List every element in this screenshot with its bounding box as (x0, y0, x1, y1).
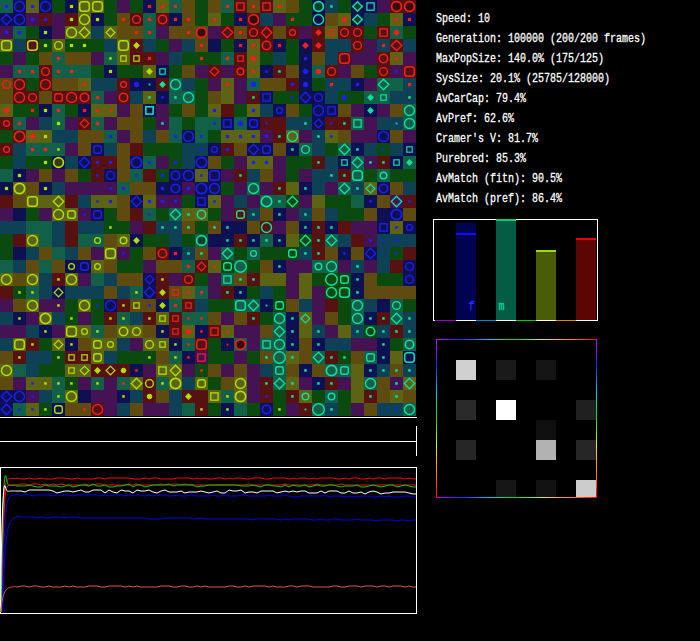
svg-text:f: f (469, 299, 475, 314)
svg-text:AvCarCap: 79.4%: AvCarCap: 79.4% (436, 91, 526, 106)
svg-text:Generation: 100000 (200/200 fr: Generation: 100000 (200/200 frames) (436, 31, 646, 46)
svg-text:AvPref: 62.6%: AvPref: 62.6% (436, 111, 514, 126)
svg-text:Purebred: 85.3%: Purebred: 85.3% (436, 151, 526, 166)
svg-text:Speed: 10: Speed: 10 (436, 11, 490, 26)
svg-text:MaxPopSize: 140.0% (175/125): MaxPopSize: 140.0% (175/125) (436, 51, 604, 66)
svg-text:AvMatch (fitn): 90.5%: AvMatch (fitn): 90.5% (436, 171, 562, 186)
svg-text:SysSize: 20.1% (25785/128000): SysSize: 20.1% (25785/128000) (436, 71, 610, 86)
svg-text:m: m (499, 299, 505, 314)
svg-text:Cramer's V: 81.7%: Cramer's V: 81.7% (436, 131, 538, 146)
svg-text:AvMatch (pref): 86.4%: AvMatch (pref): 86.4% (436, 191, 562, 206)
